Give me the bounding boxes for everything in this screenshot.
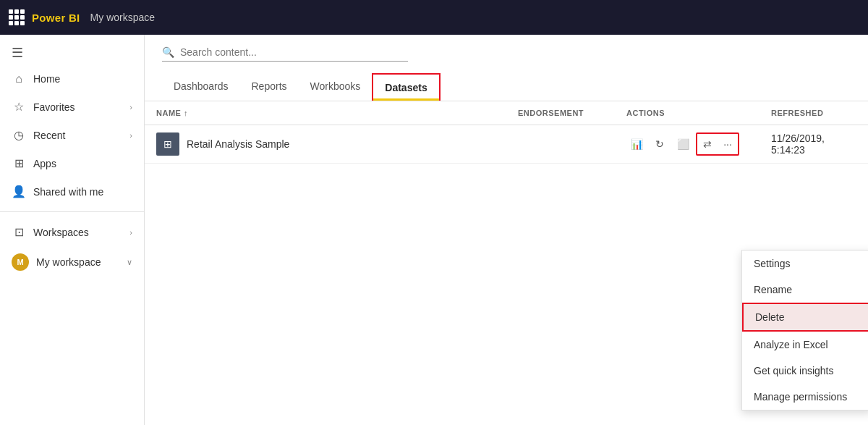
dropdown-item-rename[interactable]: Rename: [742, 277, 868, 303]
cell-endorsement: [506, 125, 615, 164]
sidebar-item-shared[interactable]: 👤 Shared with me: [0, 177, 144, 206]
workspace-title: My workspace: [90, 12, 155, 23]
chevron-right-icon: ›: [129, 131, 132, 140]
sidebar-item-label: Home: [33, 73, 60, 85]
home-icon: ⌂: [12, 72, 26, 85]
chevron-right-icon: ›: [129, 103, 132, 111]
tab-datasets-highlight: Datasets: [372, 73, 440, 101]
content-table: NAME ↑ ENDORSEMENT ACTIONS REFRESHED: [145, 101, 868, 164]
search-input[interactable]: [180, 46, 408, 58]
tab-datasets[interactable]: Datasets: [373, 75, 438, 101]
sidebar-item-label: Apps: [33, 158, 56, 169]
more-options-button[interactable]: ···: [718, 134, 738, 154]
chevron-down-icon: ∨: [127, 258, 132, 267]
sidebar-item-label: My workspace: [36, 256, 101, 268]
app-logo: Power BI: [32, 12, 80, 24]
dropdown-menu: Settings Rename Delete Analyze in Excel …: [741, 250, 868, 411]
dataset-table-wrap: NAME ↑ ENDORSEMENT ACTIONS REFRESHED: [145, 101, 868, 425]
col-header-refreshed: REFRESHED: [760, 101, 868, 125]
apps-icon: ⊞: [12, 156, 26, 170]
avatar: M: [12, 253, 29, 271]
sidebar-divider: [0, 211, 144, 212]
share-icon[interactable]: ⇄: [697, 134, 718, 154]
analyze-icon[interactable]: 📊: [626, 134, 647, 154]
tab-dashboards[interactable]: Dashboards: [162, 73, 240, 101]
sidebar-item-label: Favorites: [33, 101, 75, 113]
workspaces-icon: ⊡: [12, 225, 26, 239]
favorites-icon: ☆: [12, 100, 26, 114]
more-actions-highlight: ⇄ ···: [696, 132, 739, 156]
apps-grid-icon[interactable]: [9, 9, 25, 25]
dropdown-item-analyze[interactable]: Analyze in Excel: [742, 332, 868, 358]
sidebar-item-label: Shared with me: [33, 186, 103, 198]
col-header-actions: ACTIONS: [615, 101, 760, 125]
dropdown-item-permissions[interactable]: Manage permissions: [742, 384, 868, 410]
sidebar-collapse-button[interactable]: ☰: [0, 41, 144, 65]
cell-refreshed: 11/26/2019, 5:14:23: [760, 125, 868, 164]
sidebar-item-favorites[interactable]: ☆ Favorites ›: [0, 93, 144, 121]
sidebar-item-myworkspace[interactable]: M My workspace ∨: [0, 246, 144, 278]
sidebar: ☰ ⌂ Home ☆ Favorites › ◷ Recent › ⊞ Apps…: [0, 35, 145, 425]
dataset-icon: ⊞: [156, 132, 179, 156]
dataset-name: Retail Analysis Sample: [187, 138, 289, 150]
tab-reports[interactable]: Reports: [240, 73, 299, 101]
cell-actions: 📊 ↻ ⬜ ⇄ ···: [615, 125, 760, 164]
dropdown-item-insights[interactable]: Get quick insights: [742, 358, 868, 384]
sidebar-item-apps[interactable]: ⊞ Apps: [0, 149, 144, 177]
cell-name: ⊞ Retail Analysis Sample: [145, 125, 506, 164]
sidebar-item-recent[interactable]: ◷ Recent ›: [0, 121, 144, 149]
search-icon: 🔍: [162, 46, 174, 58]
col-header-name: NAME ↑: [145, 101, 506, 125]
sidebar-item-label: Recent: [33, 130, 65, 141]
sidebar-item-label: Workspaces: [33, 227, 89, 238]
search-bar: 🔍: [145, 35, 868, 73]
topbar: Power BI My workspace: [0, 0, 868, 35]
sidebar-item-workspaces[interactable]: ⊡ Workspaces ›: [0, 218, 144, 246]
table-header-row: NAME ↑ ENDORSEMENT ACTIONS REFRESHED: [145, 101, 868, 125]
col-header-endorsement: ENDORSEMENT: [506, 101, 615, 125]
recent-icon: ◷: [12, 128, 26, 142]
tab-workbooks[interactable]: Workbooks: [299, 73, 373, 101]
main-content: 🔍 Dashboards Reports Workbooks Datasets: [145, 35, 868, 425]
sidebar-item-home[interactable]: ⌂ Home: [0, 65, 144, 93]
dropdown-item-settings[interactable]: Settings: [742, 251, 868, 277]
row-name-wrap: ⊞ Retail Analysis Sample: [156, 132, 495, 156]
tabs-bar: Dashboards Reports Workbooks Datasets: [145, 73, 868, 101]
refresh-icon[interactable]: ↻: [650, 134, 670, 154]
dropdown-item-delete[interactable]: Delete: [742, 303, 868, 332]
chevron-right-icon: ›: [129, 228, 132, 237]
schedule-icon[interactable]: ⬜: [673, 134, 693, 154]
action-icons-wrap: 📊 ↻ ⬜ ⇄ ···: [626, 132, 748, 156]
search-input-wrap: 🔍: [162, 46, 408, 62]
shared-icon: 👤: [12, 185, 26, 198]
table-row: ⊞ Retail Analysis Sample 📊 ↻ ⬜: [145, 125, 868, 164]
